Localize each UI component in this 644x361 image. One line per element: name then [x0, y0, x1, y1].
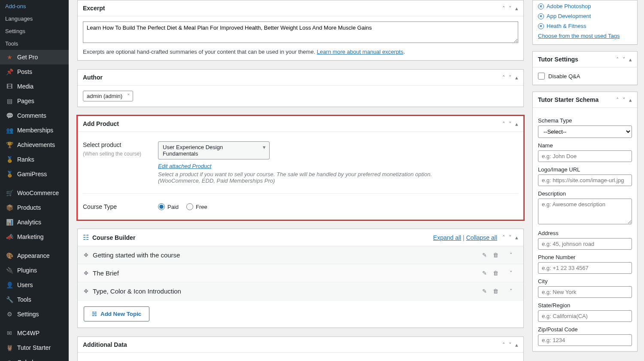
sidebar-item-ranks[interactable]: 🥇Ranks — [0, 152, 69, 167]
chevron-down-icon[interactable]: ˅ — [504, 252, 517, 258]
sidebar-get-pro[interactable]: ★ Get Pro — [0, 50, 69, 64]
sidebar-item-media[interactable]: 🎞Media — [0, 79, 69, 94]
move-up-icon[interactable]: ▴ — [515, 342, 518, 348]
drag-icon[interactable]: ✥ — [84, 288, 88, 294]
sidebar-item-settings[interactable]: ⚙Settings — [0, 307, 69, 321]
paid-radio[interactable] — [158, 203, 165, 210]
trash-icon[interactable]: 🗑 — [493, 288, 498, 294]
schema-city-label: City — [538, 278, 632, 285]
remove-tag-icon[interactable]: ✕ — [538, 13, 544, 19]
move-up-icon[interactable]: ▴ — [515, 74, 518, 81]
sidebar-item-posts[interactable]: 📌Posts — [0, 64, 69, 79]
edit-product-link[interactable]: Edit attached Product — [158, 163, 211, 169]
schema-type-label: Schema Type — [538, 117, 632, 124]
sidebar-item-mc4wp[interactable]: ✉MC4WP — [0, 326, 69, 340]
excerpt-textarea[interactable]: Learn How To Build The Perfect Diet & Me… — [83, 21, 518, 43]
remove-tag-icon[interactable]: ✕ — [538, 23, 544, 29]
add-new-topic-button[interactable]: ☵ Add New Topic — [84, 306, 149, 321]
move-up-icon[interactable]: ▴ — [515, 5, 518, 12]
choose-tags-link[interactable]: Choose from the most used Tags — [538, 33, 620, 39]
chevron-down-icon[interactable]: ˅ — [509, 121, 512, 127]
product-select[interactable]: User Experience Design Fundamentals — [158, 141, 270, 159]
author-select[interactable]: admin (admin) — [83, 91, 133, 101]
schema-desc-textarea[interactable] — [538, 199, 632, 224]
additional-data-panel: Additional Data ˄ ˅ ▴ Total Course Durat… — [77, 337, 524, 361]
course-type-label: Course Type — [83, 203, 158, 210]
course-type-free[interactable]: Free — [186, 203, 207, 210]
free-radio[interactable] — [186, 203, 193, 210]
chevron-down-icon[interactable]: ˅ — [509, 74, 512, 81]
schema-phone-input[interactable] — [538, 262, 632, 274]
menu-icon: 👥 — [5, 126, 14, 135]
chevron-up-icon[interactable]: ˄ — [616, 56, 619, 63]
chevron-up-icon[interactable]: ˄ — [616, 97, 619, 103]
chevron-down-icon[interactable]: ˅ — [623, 56, 626, 63]
disable-qa-checkbox[interactable]: Disable Q&A — [538, 73, 632, 80]
drag-icon[interactable]: ✥ — [84, 270, 88, 276]
sidebar-item-achievements[interactable]: 🏆Achievements — [0, 138, 69, 152]
menu-icon: 🛒 — [5, 189, 14, 197]
chevron-down-icon[interactable]: ˅ — [509, 5, 512, 12]
schema-city-input[interactable] — [538, 286, 632, 298]
sidebar-item-comments[interactable]: 💬Comments — [0, 108, 69, 123]
select-product-sublabel: (When selling the course) — [83, 151, 158, 157]
move-up-icon[interactable]: ▴ — [515, 234, 518, 241]
move-up-icon[interactable]: ▴ — [629, 97, 632, 103]
sidebar-sub-languages[interactable]: Languages — [0, 12, 69, 25]
chevron-down-icon[interactable]: ˅ — [623, 97, 626, 103]
sidebar-item-analytics[interactable]: 📊Analytics — [0, 215, 69, 229]
tag-item[interactable]: ✕App Development — [538, 13, 632, 19]
schema-state-input[interactable] — [538, 310, 632, 322]
schema-zip-input[interactable] — [538, 334, 632, 346]
sidebar-item-tutor-starter[interactable]: 🦉Tutor Starter — [0, 340, 69, 355]
sidebar-item-products[interactable]: 📦Products — [0, 200, 69, 215]
tag-item[interactable]: ✕Adobe Photoshop — [538, 3, 632, 9]
remove-tag-icon[interactable]: ✕ — [538, 3, 544, 9]
chevron-up-icon[interactable]: ˄ — [502, 121, 505, 127]
chevron-up-icon[interactable]: ˄ — [502, 342, 505, 348]
move-up-icon[interactable]: ▴ — [629, 56, 632, 63]
schema-type-select[interactable]: --Select-- — [538, 125, 632, 138]
trash-icon[interactable]: 🗑 — [493, 270, 498, 276]
sidebar-sub-tools[interactable]: Tools — [0, 37, 69, 50]
expand-all-link[interactable]: Expand all — [433, 234, 461, 241]
select-product-label: Select product — [83, 141, 158, 148]
move-up-icon[interactable]: ▴ — [515, 121, 518, 127]
edit-icon[interactable]: ✎ — [482, 270, 487, 276]
schema-name-input[interactable] — [538, 150, 632, 162]
chevron-up-icon[interactable]: ˄ — [502, 234, 505, 241]
edit-icon[interactable]: ✎ — [482, 252, 487, 258]
tutor-settings-title: Tutor Settings — [538, 56, 578, 63]
chevron-up-icon[interactable]: ˄ — [502, 5, 505, 12]
edit-icon[interactable]: ✎ — [482, 288, 487, 294]
sidebar-item-appearance[interactable]: 🎨Appearance — [0, 248, 69, 263]
sidebar-item-pages[interactable]: ▤Pages — [0, 94, 69, 108]
sidebar-item-woocommerce[interactable]: 🛒WooCommerce — [0, 186, 69, 200]
chevron-down-icon[interactable]: ˅ — [504, 288, 517, 294]
sidebar-item-tools[interactable]: 🔧Tools — [0, 292, 69, 307]
sidebar-sub-settings[interactable]: Settings — [0, 25, 69, 37]
schema-logo-input[interactable] — [538, 174, 632, 186]
schema-address-label: Address — [538, 230, 632, 236]
course-type-paid[interactable]: Paid — [158, 203, 179, 210]
chevron-down-icon[interactable]: ˅ — [509, 342, 512, 348]
builder-icon: ☷ — [83, 233, 89, 242]
add-product-panel: Add Product ˄ ˅ ▴ Select product (When s… — [77, 116, 524, 220]
sidebar-item-users[interactable]: 👤Users — [0, 278, 69, 292]
sidebar-item-gamipress[interactable]: 🏅GamiPress — [0, 167, 69, 181]
sidebar-sub-add-ons[interactable]: Add-ons — [0, 0, 69, 12]
chevron-down-icon[interactable]: ˅ — [509, 234, 512, 241]
tag-item[interactable]: ✕Heath & Fitness — [538, 23, 632, 29]
trash-icon[interactable]: 🗑 — [493, 252, 498, 258]
chevron-down-icon[interactable]: ˅ — [504, 270, 517, 276]
collapse-all-link[interactable]: Collapse all — [466, 234, 497, 241]
drag-icon[interactable]: ✥ — [84, 252, 88, 258]
excerpt-learn-more-link[interactable]: Learn more about manual excerpts — [317, 49, 404, 55]
excerpt-hint: Excerpts are optional hand-crafted summa… — [83, 49, 518, 55]
chevron-up-icon[interactable]: ˄ — [502, 74, 505, 81]
sidebar-item-memberships[interactable]: 👥Memberships — [0, 123, 69, 138]
schema-address-input[interactable] — [538, 238, 632, 250]
sidebar-item-qubely[interactable]: ◐Qubely — [0, 355, 69, 361]
sidebar-item-plugins[interactable]: 🔌Plugins — [0, 263, 69, 278]
sidebar-item-marketing[interactable]: 📣Marketing — [0, 229, 69, 244]
